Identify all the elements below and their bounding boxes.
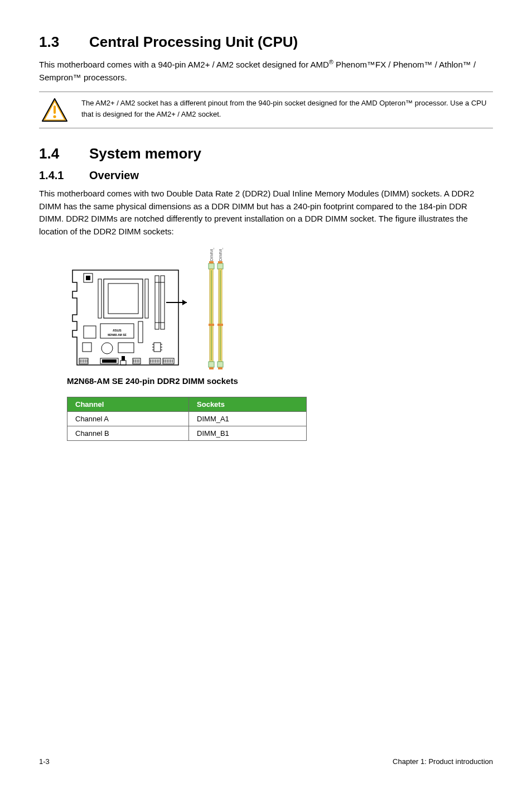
svg-rect-38 — [102, 359, 117, 363]
diagram-caption: M2N68-AM SE 240-pin DDR2 DIMM sockets — [67, 376, 493, 386]
cell-sockets: DIMM_A1 — [189, 412, 307, 426]
svg-text:DIMM_A1: DIMM_A1 — [209, 248, 214, 261]
svg-text:M2N68-AM SE: M2N68-AM SE — [108, 333, 127, 337]
motherboard-icon: /ISUS M2N68-AM SE — [67, 259, 190, 371]
cpu-body-pre: This motherboard comes with a 940-pin AM… — [39, 60, 329, 69]
dimm-slots-icon: DIMM_A1 DIMM_B1 — [205, 248, 239, 371]
cpu-body-reg-mark: ® — [329, 59, 333, 65]
dimm-diagram: /ISUS M2N68-AM SE — [67, 248, 493, 371]
section-1-4-1-title: Overview — [89, 169, 139, 181]
svg-rect-71 — [217, 362, 223, 367]
cpu-warning-text: The AM2+ / AM2 socket has a different pi… — [81, 98, 493, 119]
cpu-warning-callout: The AM2+ / AM2 socket has a different pi… — [39, 92, 493, 128]
chapter-label: Chapter 1: Product introduction — [393, 757, 493, 766]
svg-rect-63 — [217, 263, 223, 269]
section-1-4-title: System memory — [89, 145, 201, 162]
table-header-row: Channel Sockets — [67, 397, 307, 412]
page-footer: 1-3 Chapter 1: Product introduction — [39, 757, 493, 766]
channel-sockets-table: Channel Sockets Channel A DIMM_A1 Channe… — [67, 397, 307, 441]
table-row: Channel A DIMM_A1 — [67, 412, 307, 426]
section-1-4-heading: 1.4System memory — [39, 145, 493, 162]
section-1-3-body: This motherboard comes with a 940-pin AM… — [39, 57, 493, 84]
section-1-4-1-number: 1.4.1 — [39, 169, 89, 182]
header-sockets: Sockets — [189, 397, 307, 412]
page-number: 1-3 — [39, 757, 50, 766]
svg-rect-62 — [209, 263, 214, 269]
section-1-4-1-heading: 1.4.1Overview — [39, 169, 493, 182]
svg-marker-15 — [182, 300, 187, 305]
header-channel: Channel — [67, 397, 189, 412]
svg-rect-73 — [218, 367, 223, 369]
overview-body: This motherboard comes with two Double D… — [39, 188, 493, 238]
svg-rect-5 — [86, 276, 90, 280]
svg-rect-72 — [209, 367, 214, 369]
svg-rect-70 — [209, 362, 214, 367]
cell-sockets: DIMM_B1 — [189, 426, 307, 441]
svg-point-3 — [53, 115, 56, 118]
cell-channel: Channel A — [67, 412, 189, 426]
warning-icon — [39, 98, 70, 122]
section-1-3-number: 1.3 — [39, 33, 89, 51]
svg-rect-75 — [218, 261, 223, 263]
svg-rect-68 — [209, 324, 214, 326]
table-row: Channel B DIMM_B1 — [67, 426, 307, 441]
svg-rect-2 — [54, 105, 56, 114]
section-1-3-title: Central Processing Unit (CPU) — [89, 33, 298, 50]
section-1-3-heading: 1.3Central Processing Unit (CPU) — [39, 33, 493, 51]
svg-rect-69 — [217, 324, 223, 326]
svg-text:/ISUS: /ISUS — [113, 329, 122, 332]
cell-channel: Channel B — [67, 426, 189, 441]
svg-rect-74 — [209, 261, 214, 263]
svg-text:DIMM_B1: DIMM_B1 — [218, 248, 223, 261]
section-1-4-number: 1.4 — [39, 145, 89, 162]
svg-rect-40 — [122, 356, 125, 361]
